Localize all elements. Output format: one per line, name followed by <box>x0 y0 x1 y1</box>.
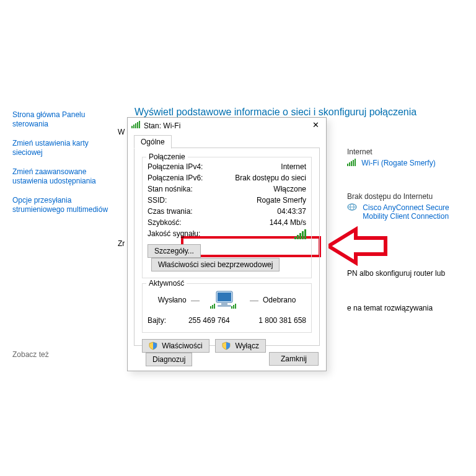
received-label: Odebrano <box>263 296 296 304</box>
partial-text: e na temat rozwiązywania <box>347 304 433 312</box>
ssid-label: SSID: <box>148 195 167 206</box>
activity-monitor-icon <box>210 290 239 311</box>
dialog-title: Stan: Wi-Fi <box>144 121 180 130</box>
cisco-connection-link[interactable]: Cisco AnyConnect Secure Mobility Client … <box>363 203 456 221</box>
ipv4-value: Internet <box>281 161 306 172</box>
shield-icon <box>222 342 231 350</box>
close-button[interactable]: ✕ <box>307 119 324 131</box>
duration-label: Czas trwania: <box>148 206 193 217</box>
see-also-label: Zobacz też <box>12 350 49 359</box>
svg-rect-11 <box>137 122 138 128</box>
ssid-value: Rogate Smerfy <box>257 195 306 206</box>
svg-rect-20 <box>231 306 232 309</box>
bytes-sent-value: 255 469 764 <box>168 315 230 326</box>
duration-value: 04:43:37 <box>277 206 306 217</box>
shield-icon <box>149 342 157 350</box>
svg-rect-22 <box>235 304 236 309</box>
svg-rect-2 <box>351 161 352 166</box>
right-col: Internet Wi-Fi (Rogate Smerfy) <box>347 148 436 168</box>
internet-header: Internet <box>347 148 436 156</box>
tab-content: Połączenie Połączenia IPv4:Internet Połą… <box>134 148 320 346</box>
wifi-signal-icon <box>347 159 356 168</box>
speed-value: 144,4 Mb/s <box>270 217 306 228</box>
speed-label: Szybkość: <box>148 217 182 228</box>
sidebar-link-home[interactable]: Strona główna Panelu sterowania <box>12 110 85 128</box>
svg-rect-8 <box>131 126 133 128</box>
wifi-status-dialog: Stan: Wi-Fi ✕ Ogólne Połączenie Połączen… <box>127 117 327 371</box>
wireless-properties-button[interactable]: Właściwości sieci bezprzewodowej <box>151 258 280 271</box>
svg-rect-9 <box>133 125 134 128</box>
wifi-signal-icon <box>131 121 140 130</box>
no-internet-header: Brak dostępu do Internetu <box>347 192 456 201</box>
page-heading: Wyświetl podstawowe informacie o sieci i… <box>134 107 416 118</box>
group-label: Połączenie <box>146 152 188 161</box>
titlebar[interactable]: Stan: Wi-Fi ✕ <box>128 118 326 133</box>
media-value: Włączone <box>273 183 306 195</box>
svg-rect-3 <box>353 160 354 166</box>
sent-label: Wysłano <box>158 296 187 304</box>
svg-rect-1 <box>349 162 350 166</box>
svg-rect-16 <box>218 305 231 307</box>
sidebar: Strona główna Panelu sterowania Zmień us… <box>12 110 112 224</box>
group-label: Aktywność <box>146 279 187 288</box>
svg-rect-18 <box>212 305 213 309</box>
disable-button-label: Wyłącz <box>235 342 259 350</box>
ipv6-value: Brak dostępu do sieci <box>235 172 306 183</box>
vpn-icon <box>347 203 357 213</box>
partial-text: PN albo skonfiguruj router lub <box>347 269 445 278</box>
ipv4-label: Połączenia IPv4: <box>148 161 203 172</box>
svg-rect-12 <box>139 121 140 128</box>
svg-rect-10 <box>135 123 136 128</box>
signal-quality-label: Jakość sygnału: <box>148 228 200 239</box>
svg-rect-21 <box>233 305 234 309</box>
properties-button-label: Właściwości <box>162 342 202 350</box>
tab-general[interactable]: Ogólne <box>134 135 172 149</box>
details-button[interactable]: Szczegóły... <box>148 244 201 258</box>
svg-marker-23 <box>328 229 386 263</box>
sidebar-link-adapter[interactable]: Zmień ustawienia karty sieciowej <box>12 139 89 157</box>
wifi-connection-link[interactable]: Wi-Fi (Rogate Smerfy) <box>361 159 435 167</box>
divider <box>191 301 200 301</box>
ipv6-label: Połączenia IPv6: <box>148 172 203 183</box>
svg-rect-15 <box>221 302 227 305</box>
bytes-label: Bajty: <box>148 315 166 326</box>
divider <box>250 301 258 301</box>
right-col: Brak dostępu do Internetu Cisco AnyConne… <box>347 192 456 221</box>
connection-group: Połączenie Połączenia IPv4:Internet Połą… <box>142 157 312 278</box>
svg-rect-0 <box>347 164 348 166</box>
sidebar-link-streaming[interactable]: Opcje przesyłania strumieniowego multime… <box>12 196 108 214</box>
bytes-recv-value: 1 800 381 658 <box>244 315 306 326</box>
properties-button[interactable]: Właściwości <box>142 339 209 353</box>
media-label: Stan nośnika: <box>148 183 193 195</box>
disable-button[interactable]: Wyłącz <box>215 339 266 353</box>
svg-rect-17 <box>210 306 211 309</box>
activity-group: Aktywność Wysłano Odebrano <box>142 283 312 333</box>
diagnose-button[interactable]: Diagnozuj <box>146 353 192 366</box>
signal-quality-icon <box>294 228 306 239</box>
svg-rect-14 <box>218 293 231 301</box>
sidebar-link-sharing[interactable]: Zmień zaawansowane ustawienia udostępnia… <box>12 167 96 185</box>
svg-rect-4 <box>355 159 356 166</box>
annotation-arrow-icon <box>328 226 387 268</box>
svg-rect-19 <box>214 304 215 309</box>
